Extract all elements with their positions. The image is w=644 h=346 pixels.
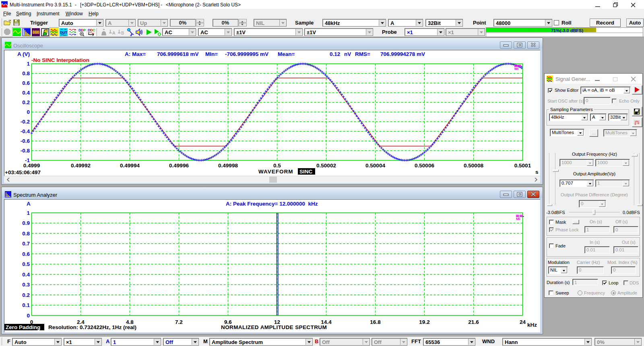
svg-text:SINC: SINC — [299, 169, 313, 175]
svg-text:7.2: 7.2 — [175, 319, 183, 325]
svg-text:24: 24 — [520, 319, 526, 325]
svg-text:0.1: 0.1 — [22, 302, 30, 308]
svg-text:0.8: 0.8 — [22, 231, 30, 237]
svg-text:Mi: Mi — [514, 66, 519, 71]
svg-text:706.99994278 mV: 706.99994278 mV — [380, 51, 425, 57]
svg-text:706.9999618 mV: 706.9999618 mV — [157, 51, 199, 57]
svg-text:A: Peak Frequency= 12.000000: A: Peak Frequency= 12.000000 kHz — [226, 201, 318, 207]
svg-text:0.50006: 0.50006 — [415, 163, 434, 169]
svg-text:1: 1 — [27, 210, 30, 216]
svg-text:0.4: 0.4 — [22, 90, 30, 96]
svg-text:0: 0 — [27, 109, 30, 115]
svg-text:0.5: 0.5 — [22, 261, 30, 267]
svg-text:RMS=: RMS= — [355, 51, 370, 57]
svg-text:0.6: 0.6 — [22, 80, 30, 86]
svg-text:0.49998: 0.49998 — [218, 163, 238, 169]
svg-text:0.49992: 0.49992 — [71, 163, 91, 169]
svg-text:0.49994: 0.49994 — [120, 163, 140, 169]
svg-text:WAVEFORM: WAVEFORM — [258, 169, 293, 175]
svg-text:0.50002: 0.50002 — [316, 163, 336, 169]
svg-text:-0.8: -0.8 — [21, 148, 30, 154]
svg-text:-No SINC Interpolation: -No SINC Interpolation — [31, 57, 89, 63]
svg-text:0.2: 0.2 — [22, 99, 30, 105]
svg-text:0.8: 0.8 — [22, 70, 30, 76]
svg-text:-0.2: -0.2 — [21, 119, 30, 125]
svg-text:nV: nV — [344, 51, 351, 57]
svg-text:+03:45:06:497: +03:45:06:497 — [5, 169, 41, 175]
svg-text:0.4: 0.4 — [22, 272, 30, 278]
svg-text:0.2: 0.2 — [22, 292, 30, 298]
svg-text:NORMALIZED AMPLITUDE SPECTRUM: NORMALIZED AMPLITUDE SPECTRUM — [221, 324, 327, 330]
svg-text:0.49996: 0.49996 — [169, 163, 189, 169]
svg-text:19.2: 19.2 — [419, 319, 429, 325]
svg-text:0.5: 0.5 — [273, 163, 281, 169]
svg-text:0.7: 0.7 — [22, 241, 30, 247]
svg-text:0.50004: 0.50004 — [365, 163, 385, 169]
svg-text:A: Max=: A: Max= — [125, 51, 146, 57]
svg-text:0.9: 0.9 — [22, 220, 30, 226]
svg-text:s: s — [535, 169, 539, 175]
svg-text:MIn=: MIn= — [205, 51, 218, 57]
svg-text:A: A — [27, 201, 31, 207]
svg-text:Mi: Mi — [516, 216, 520, 221]
svg-text:16.8: 16.8 — [370, 319, 381, 325]
svg-text:0: 0 — [27, 313, 30, 319]
svg-text:-0.4: -0.4 — [21, 128, 30, 134]
svg-text:21.6: 21.6 — [468, 319, 479, 325]
svg-text:0.50008: 0.50008 — [464, 163, 483, 169]
svg-text:-0.6: -0.6 — [21, 138, 30, 144]
svg-text:1: 1 — [27, 61, 30, 67]
svg-text:Resolution: 0.732422Hz, 1Hz (r: Resolution: 0.732422Hz, 1Hz (real) — [48, 324, 136, 330]
svg-text:kHz: kHz — [527, 322, 537, 328]
svg-text:Mean=: Mean= — [278, 51, 295, 57]
svg-text:0.6: 0.6 — [22, 251, 30, 257]
svg-text:0.5001: 0.5001 — [514, 163, 531, 169]
svg-text:0.12: 0.12 — [330, 51, 340, 57]
svg-text:0.3: 0.3 — [22, 282, 30, 288]
svg-text:-706.9999995 mV: -706.9999995 mV — [225, 51, 268, 57]
svg-text:A (V): A (V) — [17, 51, 30, 57]
svg-text:0.4999: 0.4999 — [23, 163, 40, 169]
svg-text:Zero Padding: Zero Padding — [6, 324, 40, 330]
